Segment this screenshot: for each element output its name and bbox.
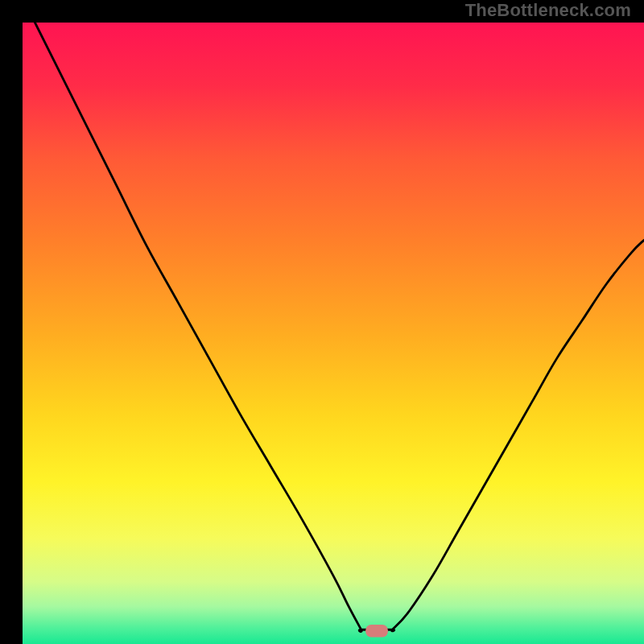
- watermark-text: TheBottleneck.com: [465, 0, 631, 21]
- chart-frame: [11, 11, 633, 633]
- gradient-background: [23, 23, 644, 644]
- bottleneck-marker: [365, 625, 388, 637]
- bottleneck-chart: [23, 23, 644, 644]
